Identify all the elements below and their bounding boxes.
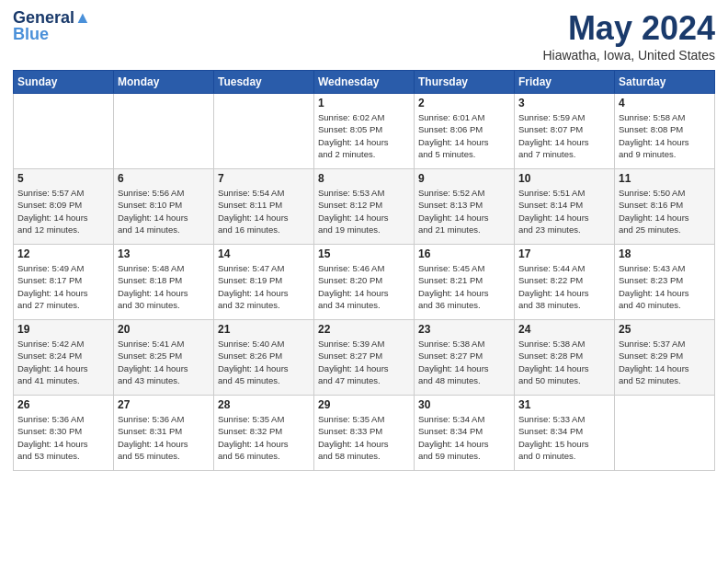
day-info: Sunrise: 5:34 AM Sunset: 8:34 PM Dayligh… [418,413,510,462]
day-number: 10 [518,172,610,185]
day-info: Sunrise: 5:35 AM Sunset: 8:33 PM Dayligh… [318,413,410,462]
day-info: Sunrise: 5:57 AM Sunset: 8:09 PM Dayligh… [17,187,109,236]
day-info: Sunrise: 5:36 AM Sunset: 8:31 PM Dayligh… [118,413,210,462]
calendar-week-1: 1Sunrise: 6:02 AM Sunset: 8:05 PM Daylig… [14,94,715,169]
month-title: May 2024 [542,9,715,48]
day-number: 5 [17,172,109,185]
calendar-header-sunday: Sunday [14,71,114,94]
calendar-cell [114,94,214,169]
calendar-week-4: 19Sunrise: 5:42 AM Sunset: 8:24 PM Dayli… [14,320,715,396]
calendar-cell: 26Sunrise: 5:36 AM Sunset: 8:30 PM Dayli… [14,396,114,471]
calendar-cell: 9Sunrise: 5:52 AM Sunset: 8:13 PM Daylig… [415,169,515,245]
calendar-cell: 12Sunrise: 5:49 AM Sunset: 8:17 PM Dayli… [14,245,114,320]
calendar-cell: 23Sunrise: 5:38 AM Sunset: 8:27 PM Dayli… [415,320,515,396]
day-info: Sunrise: 5:58 AM Sunset: 8:08 PM Dayligh… [619,111,711,160]
calendar-cell: 7Sunrise: 5:54 AM Sunset: 8:11 PM Daylig… [214,169,314,245]
page-header: General▲ Blue May 2024 Hiawatha, Iowa, U… [13,9,715,63]
calendar-header-thursday: Thursday [415,71,515,94]
day-info: Sunrise: 6:01 AM Sunset: 8:06 PM Dayligh… [418,111,510,160]
day-info: Sunrise: 5:54 AM Sunset: 8:11 PM Dayligh… [218,187,310,236]
calendar-cell: 18Sunrise: 5:43 AM Sunset: 8:23 PM Dayli… [615,245,715,320]
day-number: 22 [318,323,410,336]
day-number: 23 [418,323,510,336]
day-info: Sunrise: 5:49 AM Sunset: 8:17 PM Dayligh… [17,262,109,311]
calendar-cell [14,94,114,169]
calendar-cell: 25Sunrise: 5:37 AM Sunset: 8:29 PM Dayli… [615,320,715,396]
day-number: 4 [619,97,711,109]
day-number: 25 [619,323,711,336]
title-area: May 2024 Hiawatha, Iowa, United States [542,9,715,63]
day-number: 1 [318,97,410,109]
day-info: Sunrise: 5:42 AM Sunset: 8:24 PM Dayligh… [17,338,109,386]
day-info: Sunrise: 5:38 AM Sunset: 8:27 PM Dayligh… [418,338,510,386]
day-number: 7 [218,172,310,185]
calendar-cell [214,94,314,169]
day-number: 11 [619,172,711,185]
day-number: 13 [118,247,210,260]
day-info: Sunrise: 5:39 AM Sunset: 8:27 PM Dayligh… [318,338,410,386]
calendar-cell: 19Sunrise: 5:42 AM Sunset: 8:24 PM Dayli… [14,320,114,396]
day-number: 16 [418,247,510,260]
day-info: Sunrise: 5:53 AM Sunset: 8:12 PM Dayligh… [318,187,410,236]
calendar-cell: 15Sunrise: 5:46 AM Sunset: 8:20 PM Dayli… [314,245,415,320]
day-number: 8 [318,172,410,185]
calendar-header-monday: Monday [114,71,214,94]
day-info: Sunrise: 5:56 AM Sunset: 8:10 PM Dayligh… [118,187,210,236]
logo: General▲ Blue [13,9,91,44]
calendar-cell: 30Sunrise: 5:34 AM Sunset: 8:34 PM Dayli… [415,396,515,471]
calendar-cell [615,396,715,471]
calendar-table: SundayMondayTuesdayWednesdayThursdayFrid… [13,70,715,471]
calendar-cell: 8Sunrise: 5:53 AM Sunset: 8:12 PM Daylig… [314,169,415,245]
day-info: Sunrise: 5:51 AM Sunset: 8:14 PM Dayligh… [518,187,610,236]
day-number: 21 [218,323,310,336]
calendar-body: 1Sunrise: 6:02 AM Sunset: 8:05 PM Daylig… [14,94,715,471]
day-info: Sunrise: 5:47 AM Sunset: 8:19 PM Dayligh… [218,262,310,311]
calendar-cell: 31Sunrise: 5:33 AM Sunset: 8:34 PM Dayli… [515,396,615,471]
calendar-header-friday: Friday [515,71,615,94]
day-number: 28 [218,398,310,411]
calendar-cell: 1Sunrise: 6:02 AM Sunset: 8:05 PM Daylig… [314,94,415,169]
day-info: Sunrise: 5:52 AM Sunset: 8:13 PM Dayligh… [418,187,510,236]
day-info: Sunrise: 5:33 AM Sunset: 8:34 PM Dayligh… [518,413,610,462]
calendar-header-wednesday: Wednesday [314,71,415,94]
day-number: 30 [418,398,510,411]
day-info: Sunrise: 5:48 AM Sunset: 8:18 PM Dayligh… [118,262,210,311]
day-number: 19 [17,323,109,336]
day-info: Sunrise: 5:59 AM Sunset: 8:07 PM Dayligh… [518,111,610,160]
calendar-week-5: 26Sunrise: 5:36 AM Sunset: 8:30 PM Dayli… [14,396,715,471]
day-number: 15 [318,247,410,260]
day-number: 27 [118,398,210,411]
day-info: Sunrise: 5:38 AM Sunset: 8:28 PM Dayligh… [518,338,610,386]
calendar-week-2: 5Sunrise: 5:57 AM Sunset: 8:09 PM Daylig… [14,169,715,245]
calendar-cell: 27Sunrise: 5:36 AM Sunset: 8:31 PM Dayli… [114,396,214,471]
day-number: 24 [518,323,610,336]
day-info: Sunrise: 5:36 AM Sunset: 8:30 PM Dayligh… [17,413,109,462]
day-info: Sunrise: 5:41 AM Sunset: 8:25 PM Dayligh… [118,338,210,386]
calendar-cell: 24Sunrise: 5:38 AM Sunset: 8:28 PM Dayli… [515,320,615,396]
calendar-cell: 21Sunrise: 5:40 AM Sunset: 8:26 PM Dayli… [214,320,314,396]
day-info: Sunrise: 5:37 AM Sunset: 8:29 PM Dayligh… [619,338,711,386]
day-number: 17 [518,247,610,260]
day-number: 12 [17,247,109,260]
day-info: Sunrise: 5:44 AM Sunset: 8:22 PM Dayligh… [518,262,610,311]
day-number: 29 [318,398,410,411]
calendar-cell: 2Sunrise: 6:01 AM Sunset: 8:06 PM Daylig… [415,94,515,169]
calendar-cell: 28Sunrise: 5:35 AM Sunset: 8:32 PM Dayli… [214,396,314,471]
calendar-cell: 10Sunrise: 5:51 AM Sunset: 8:14 PM Dayli… [515,169,615,245]
calendar-cell: 6Sunrise: 5:56 AM Sunset: 8:10 PM Daylig… [114,169,214,245]
calendar-header-tuesday: Tuesday [214,71,314,94]
day-info: Sunrise: 5:43 AM Sunset: 8:23 PM Dayligh… [619,262,711,311]
day-info: Sunrise: 5:45 AM Sunset: 8:21 PM Dayligh… [418,262,510,311]
calendar-cell: 4Sunrise: 5:58 AM Sunset: 8:08 PM Daylig… [615,94,715,169]
day-number: 26 [17,398,109,411]
calendar-cell: 5Sunrise: 5:57 AM Sunset: 8:09 PM Daylig… [14,169,114,245]
calendar-week-3: 12Sunrise: 5:49 AM Sunset: 8:17 PM Dayli… [14,245,715,320]
logo-subtext: Blue [13,26,49,44]
day-number: 2 [418,97,510,109]
location: Hiawatha, Iowa, United States [542,48,715,63]
calendar-cell: 11Sunrise: 5:50 AM Sunset: 8:16 PM Dayli… [615,169,715,245]
day-number: 9 [418,172,510,185]
calendar-cell: 22Sunrise: 5:39 AM Sunset: 8:27 PM Dayli… [314,320,415,396]
calendar-header-row: SundayMondayTuesdayWednesdayThursdayFrid… [14,71,715,94]
day-number: 31 [518,398,610,411]
